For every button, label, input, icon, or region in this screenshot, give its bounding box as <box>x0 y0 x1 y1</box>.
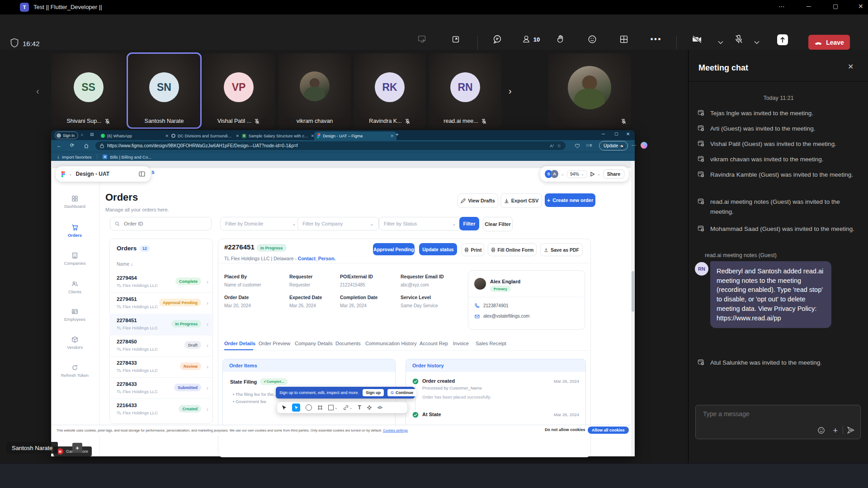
view-drafts-button[interactable]: View Drafts <box>458 193 498 208</box>
order-id-search[interactable] <box>110 217 212 230</box>
home-icon[interactable] <box>84 143 89 149</box>
signup-button[interactable]: Sign up <box>363 389 384 396</box>
browser-close-icon[interactable]: ✕ <box>626 131 630 136</box>
zoom-level-select[interactable]: 94%⌄ <box>567 170 587 178</box>
new-tab-icon[interactable]: + <box>396 131 399 138</box>
leave-button[interactable]: Leave <box>808 35 850 50</box>
participant-tile[interactable]: SS Shivani Sup... <box>51 53 126 128</box>
order-row[interactable]: 2216433TL Flex Holdings LLC Created› <box>109 399 212 420</box>
figma-doc-name[interactable]: Design - UAT <box>76 171 109 177</box>
browser-tab[interactable]: DC Divisions and Surroundings✕ <box>169 131 242 140</box>
chat-close-icon[interactable]: ✕ <box>848 62 854 71</box>
shape-tool-icon[interactable]: ⌄ <box>328 405 338 410</box>
tab-search-icon[interactable]: ⌕ <box>81 132 84 137</box>
address-bar[interactable]: https://www.figma.com/design/9BKQ0FOHRWa… <box>95 141 566 150</box>
chat-message-bubble[interactable]: Redberyl and Santosh added read.ai meeti… <box>710 261 831 328</box>
cookie-close-icon[interactable]: ✕ <box>625 427 629 432</box>
close-button[interactable]: ✕ <box>858 3 863 10</box>
component-tool-icon[interactable] <box>367 405 372 410</box>
copilot-icon[interactable] <box>641 142 647 149</box>
fill-online-form-button[interactable]: Fill Online Form <box>488 243 537 256</box>
filter-domicile-dropdown[interactable]: Filter by Domicile⌄ <box>220 217 301 230</box>
tab-company-details[interactable]: Company Details <box>295 341 333 346</box>
print-button[interactable]: Print <box>462 243 484 256</box>
filter-button[interactable]: Filter <box>459 217 479 230</box>
collaborator-avatar[interactable]: A <box>551 170 558 178</box>
approval-pending-button[interactable]: Approval Pending <box>373 243 415 255</box>
back-icon[interactable]: ← <box>57 142 62 149</box>
mic-options-chevron-icon[interactable] <box>754 41 760 44</box>
participant-tile[interactable]: RK Ravindra K... <box>354 53 426 128</box>
browser-signin-button[interactable]: Sign in <box>55 131 78 139</box>
save-as-pdf-button[interactable]: Save as PDF <box>540 243 583 256</box>
contact-email[interactable]: alex@vstatefilings.com <box>483 314 529 319</box>
scrollbar-thumb[interactable] <box>632 271 634 312</box>
vertical-tabs-icon[interactable]: ▤ <box>90 132 94 136</box>
chevron-down-icon[interactable]: ⌄ <box>561 172 564 176</box>
chevron-down-icon[interactable]: ⌄ <box>69 172 72 176</box>
deny-cookies-button[interactable]: Do not allow cookies <box>545 427 585 432</box>
browser-essentials-icon[interactable] <box>575 143 580 149</box>
code-tool-icon[interactable]: </> <box>377 405 382 410</box>
figma-share-button[interactable]: Share <box>603 169 624 178</box>
order-row-selected[interactable]: 2278451TL Flex Holdings LLC In Progress› <box>109 314 212 335</box>
strip-scroll-left-icon[interactable]: ‹ <box>36 86 39 96</box>
participant-tile[interactable]: VP Vishal Patil ... <box>203 53 275 128</box>
reload-icon[interactable]: ⟳ <box>70 142 74 148</box>
page-scrollbar[interactable] <box>631 161 635 456</box>
sidebar-item-companies[interactable]: Companies <box>51 252 99 266</box>
participant-tile[interactable]: RN read.ai mee... <box>429 53 501 128</box>
sidebar-item-employees[interactable]: Employees <box>51 308 99 322</box>
tab-communication-history[interactable]: Communication History <box>365 341 417 346</box>
maximize-button[interactable]: ▢ <box>833 3 838 9</box>
presenter-expand-button[interactable]: + <box>72 443 82 453</box>
sidebar-item-orders[interactable]: Orders <box>51 224 99 238</box>
tab-documents[interactable]: Documents <box>335 341 361 346</box>
allow-cookies-button[interactable]: Allow all cookies <box>588 427 629 434</box>
browser-menu-icon[interactable]: ⋯ <box>632 142 637 148</box>
browser-tab[interactable]: X Sample Salary Structure with calc✕ <box>239 131 317 140</box>
read-aloud-icon[interactable]: A⁾ <box>550 143 554 148</box>
google-continue-button[interactable]: GContinue <box>387 389 416 396</box>
comment-tool-icon[interactable] <box>306 404 312 411</box>
participant-tile[interactable] <box>548 53 631 128</box>
minimize-button[interactable]: ─ <box>807 3 811 10</box>
chat-message-input[interactable] <box>702 410 849 418</box>
tab-invoice[interactable]: Invoice <box>453 341 469 346</box>
send-icon[interactable] <box>847 426 855 434</box>
emoji-icon[interactable] <box>817 427 825 434</box>
create-new-order-button[interactable]: + Create new order <box>545 193 595 207</box>
favorites-list-icon[interactable]: ☆≡ <box>585 143 592 148</box>
sidebar-item-dashboard[interactable]: Dashboard <box>51 195 99 209</box>
filter-company-dropdown[interactable]: Filter by Company⌄ <box>297 217 379 230</box>
frame-tool-icon[interactable] <box>317 405 323 410</box>
browser-tab-active[interactable]: Design - UAT – Figma✕ <box>314 131 396 140</box>
tab-close-icon[interactable]: ✕ <box>165 134 169 138</box>
tab-account-rep[interactable]: Account Rep <box>420 341 448 346</box>
cookies-settings-link[interactable]: Cookies settings <box>383 428 408 432</box>
order-id-input[interactable] <box>123 221 202 227</box>
chevron-down-icon[interactable]: ⌄ <box>597 172 600 176</box>
text-tool-icon[interactable]: T <box>358 404 361 411</box>
cursor-tool-icon[interactable] <box>282 405 287 411</box>
participant-tile[interactable]: vikram chavan <box>278 53 351 128</box>
tab-order-details[interactable]: Order Details <box>224 341 255 346</box>
attach-plus-icon[interactable]: + <box>833 426 838 436</box>
import-favorites-link[interactable]: Import favorites <box>62 155 91 160</box>
layout-panel-icon[interactable] <box>139 171 145 177</box>
favorite-star-icon[interactable]: ☆ <box>557 143 561 148</box>
clear-filter-button[interactable]: Clear Filter <box>483 217 513 231</box>
order-row[interactable]: 2279451TL Flex Holdings LLC Approval Pen… <box>109 292 212 314</box>
tab-sales-receipt[interactable]: Sales Receipt <box>476 341 506 346</box>
browser-tab[interactable]: (6) WhatsApp✕ <box>98 131 171 140</box>
link-tool-icon[interactable]: ⌄ <box>343 405 353 410</box>
tab-close-icon[interactable]: ✕ <box>390 134 394 138</box>
sidebar-item-vendors[interactable]: Vendors <box>51 336 99 350</box>
browser-maximize-icon[interactable]: ▢ <box>614 131 618 136</box>
tab-order-preview[interactable]: Order Preview <box>259 341 290 346</box>
name-column-header[interactable]: Name ↓ <box>117 261 133 267</box>
browser-minimize-icon[interactable]: ─ <box>602 131 605 136</box>
filter-status-dropdown[interactable]: Filter by Status⌄ <box>379 217 461 230</box>
strip-scroll-right-icon[interactable]: › <box>509 86 512 96</box>
chat-input-box[interactable]: + <box>695 405 861 439</box>
